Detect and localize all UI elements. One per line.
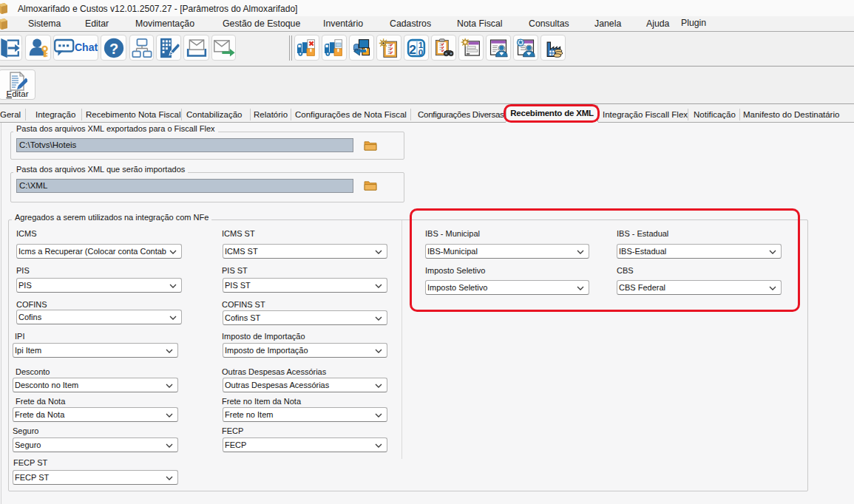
svg-text:?: ?: [109, 40, 118, 56]
svg-text:Chat: Chat: [75, 41, 98, 52]
svg-text:2: 2: [409, 41, 416, 56]
svg-text:0: 0: [418, 47, 424, 57]
